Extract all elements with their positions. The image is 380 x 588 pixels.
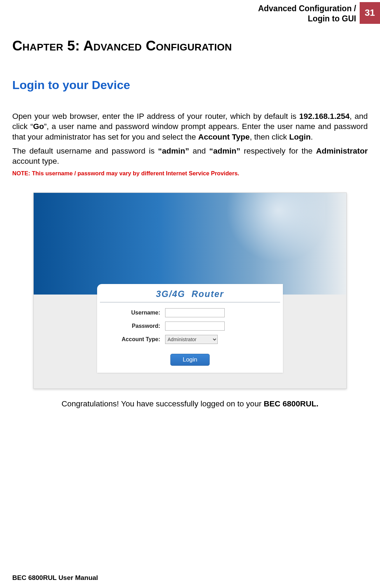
panel-title: 3G/4GRouter (97, 284, 283, 300)
p2-admin2: “admin” (209, 147, 240, 155)
footer-text: BEC 6800RUL User Manual (12, 574, 98, 582)
congrats-b: BEC 6800RUL. (264, 399, 318, 408)
p1-login: Login (289, 133, 311, 141)
page-number: 31 (365, 7, 375, 18)
login-button[interactable]: Login (170, 354, 210, 366)
panel-title-a: 3G/4G (156, 289, 185, 299)
account-type-select[interactable]: Administrator (165, 335, 218, 344)
p2-administrator: Administrator (316, 147, 368, 155)
username-input[interactable] (165, 308, 225, 317)
paragraph-1: Open your web browser, enter the IP addr… (12, 111, 368, 142)
p2-text-b: and (189, 147, 209, 155)
congrats-a: Congratulations! You have successfully l… (62, 399, 264, 408)
panel-title-b: Router (192, 289, 224, 299)
page-number-badge: 31 (360, 2, 380, 24)
login-screenshot: 3G/4GRouter Username: Password: Account … (33, 192, 347, 389)
header-title: Advanced Configuration / Login to GUI (258, 2, 360, 24)
p1-text-d: , then click (250, 133, 289, 141)
p2-text-c: respectively for the (240, 147, 316, 155)
panel-divider (100, 302, 280, 303)
p1-text-a: Open your web browser, enter the IP addr… (12, 112, 299, 121)
p1-account-type: Account Type (198, 133, 250, 141)
p2-text-a: The default username and password is (12, 147, 158, 155)
login-panel: 3G/4GRouter Username: Password: Account … (97, 284, 283, 373)
password-label: Password: (106, 323, 165, 329)
header-title-line2: Login to GUI (308, 14, 356, 23)
password-row: Password: (97, 319, 283, 333)
note-text: NOTE: This username / password may vary … (12, 170, 368, 177)
p1-text-e: . (311, 133, 313, 141)
congrats-text: Congratulations! You have successfully l… (12, 399, 368, 408)
p1-text-c: ”, a user name and password window promp… (12, 122, 368, 141)
username-row: Username: (97, 306, 283, 319)
login-button-row: Login (97, 346, 283, 373)
p1-ip: 192.168.1.254 (299, 112, 350, 121)
header-title-line1: Advanced Configuration / (258, 4, 356, 13)
account-type-row: Account Type: Administrator (97, 333, 283, 346)
p2-admin1: “admin” (158, 147, 189, 155)
account-type-label: Account Type: (106, 336, 165, 343)
paragraph-2: The default username and password is “ad… (12, 146, 368, 167)
login-screenshot-wrapper: 3G/4GRouter Username: Password: Account … (33, 192, 347, 389)
section-heading: Login to your Device (12, 78, 368, 92)
p1-go: Go (33, 122, 44, 131)
banner-image (34, 193, 346, 295)
page-header: Advanced Configuration / Login to GUI 31 (0, 0, 380, 24)
username-label: Username: (106, 310, 165, 316)
chapter-title: Chapter 5: Advanced Configuration (12, 38, 368, 54)
p2-text-d: account type. (12, 157, 59, 165)
password-input[interactable] (165, 322, 225, 331)
